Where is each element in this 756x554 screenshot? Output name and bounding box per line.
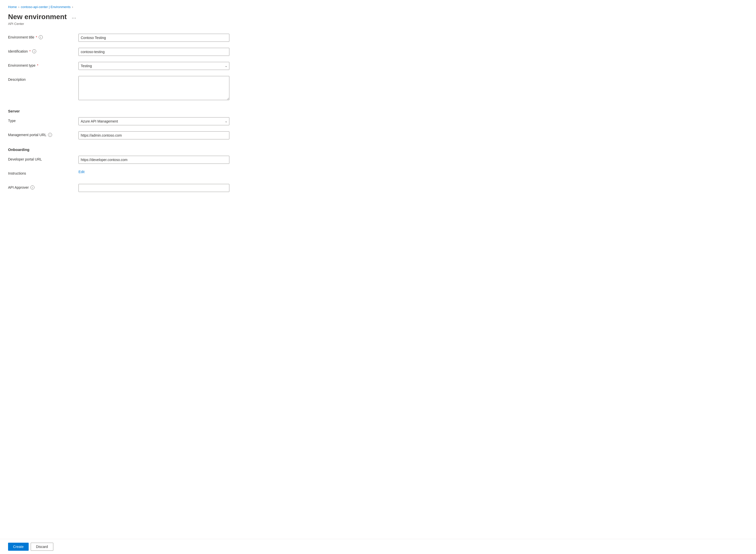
description-field bbox=[78, 76, 229, 101]
breadcrumb: Home › contoso-api-center | Environments… bbox=[8, 5, 294, 9]
description-label-text: Description bbox=[8, 77, 26, 81]
env-title-input[interactable] bbox=[78, 34, 229, 42]
identification-input[interactable] bbox=[78, 48, 229, 56]
api-approver-label: API Approver i bbox=[8, 184, 78, 189]
footer-bar: Create Discard bbox=[0, 539, 756, 554]
description-textarea[interactable] bbox=[78, 76, 229, 100]
management-url-input[interactable] bbox=[78, 131, 229, 140]
env-type-label: Environment type * bbox=[8, 62, 78, 67]
instructions-row: Instructions Edit bbox=[8, 170, 294, 178]
new-environment-form: Environment title * i Identification * i… bbox=[8, 34, 294, 192]
env-title-label-text: Environment title bbox=[8, 35, 34, 39]
breadcrumb-sep-2: › bbox=[72, 5, 73, 9]
identification-required: * bbox=[30, 49, 31, 53]
env-type-select[interactable]: Testing Production Staging Development bbox=[78, 62, 229, 70]
more-options-button[interactable]: ... bbox=[70, 13, 78, 21]
identification-label: Identification * i bbox=[8, 48, 78, 53]
env-type-required: * bbox=[37, 63, 38, 67]
env-title-label: Environment title * i bbox=[8, 34, 78, 39]
developer-portal-label: Developer portal URL bbox=[8, 156, 78, 161]
page-title: New environment bbox=[8, 13, 67, 21]
developer-portal-input[interactable] bbox=[78, 156, 229, 164]
env-type-select-wrapper: Testing Production Staging Development ⌄ bbox=[78, 62, 229, 70]
api-approver-input[interactable] bbox=[78, 184, 229, 192]
server-section-header: Server bbox=[8, 109, 294, 113]
env-title-row: Environment title * i bbox=[8, 34, 294, 42]
identification-info-icon[interactable]: i bbox=[32, 49, 36, 53]
management-url-label-text: Management portal URL bbox=[8, 133, 47, 137]
identification-label-text: Identification bbox=[8, 49, 28, 53]
page-subtitle: API Center bbox=[8, 22, 294, 26]
description-row: Description bbox=[8, 76, 294, 101]
management-url-info-icon[interactable]: i bbox=[48, 133, 52, 137]
server-type-row: Type Azure API Management Other ⌄ bbox=[8, 117, 294, 125]
description-label: Description bbox=[8, 76, 78, 81]
api-approver-label-text: API Approver bbox=[8, 185, 29, 189]
env-title-field bbox=[78, 34, 229, 42]
breadcrumb-home[interactable]: Home bbox=[8, 5, 17, 9]
breadcrumb-environments[interactable]: contoso-api-center | Environments bbox=[21, 5, 71, 9]
env-title-required: * bbox=[36, 35, 37, 39]
identification-row: Identification * i bbox=[8, 48, 294, 56]
management-url-label: Management portal URL i bbox=[8, 131, 78, 137]
server-type-label: Type bbox=[8, 117, 78, 123]
instructions-label: Instructions bbox=[8, 170, 78, 175]
api-approver-field bbox=[78, 184, 229, 192]
instructions-field: Edit bbox=[78, 170, 229, 174]
identification-field bbox=[78, 48, 229, 56]
instructions-label-text: Instructions bbox=[8, 171, 26, 175]
discard-button[interactable]: Discard bbox=[31, 543, 53, 551]
developer-portal-label-text: Developer portal URL bbox=[8, 157, 42, 161]
server-type-select[interactable]: Azure API Management Other bbox=[78, 117, 229, 125]
env-type-row: Environment type * Testing Production St… bbox=[8, 62, 294, 70]
env-type-field: Testing Production Staging Development ⌄ bbox=[78, 62, 229, 70]
server-type-field: Azure API Management Other ⌄ bbox=[78, 117, 229, 125]
management-url-field bbox=[78, 131, 229, 140]
onboarding-section-header: Onboarding bbox=[8, 148, 294, 152]
breadcrumb-sep-1: › bbox=[18, 5, 19, 9]
api-approver-info-icon[interactable]: i bbox=[31, 185, 35, 189]
env-title-info-icon[interactable]: i bbox=[39, 35, 43, 39]
server-type-select-wrapper: Azure API Management Other ⌄ bbox=[78, 117, 229, 125]
developer-portal-field bbox=[78, 156, 229, 164]
instructions-edit-link[interactable]: Edit bbox=[78, 168, 84, 174]
management-url-row: Management portal URL i bbox=[8, 131, 294, 140]
env-type-label-text: Environment type bbox=[8, 63, 36, 67]
developer-portal-row: Developer portal URL bbox=[8, 156, 294, 164]
server-type-label-text: Type bbox=[8, 119, 16, 123]
api-approver-row: API Approver i bbox=[8, 184, 294, 192]
create-button[interactable]: Create bbox=[8, 543, 29, 551]
page-header: New environment ... bbox=[8, 13, 294, 21]
